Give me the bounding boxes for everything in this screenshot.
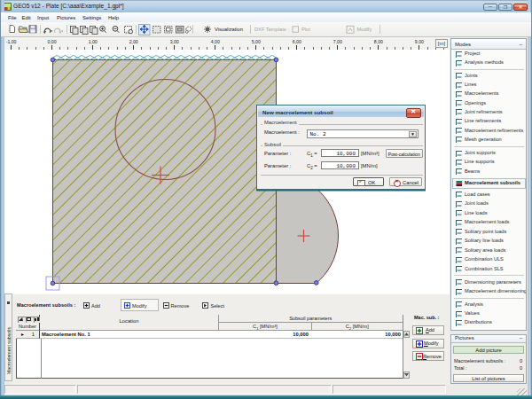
svg-text:Plot: Plot xyxy=(301,27,310,32)
svg-text:DXF Template :: DXF Template : xyxy=(254,27,290,32)
svg-text:Modify: Modify xyxy=(357,27,372,32)
svg-text:Visualization: Visualization xyxy=(215,27,243,32)
